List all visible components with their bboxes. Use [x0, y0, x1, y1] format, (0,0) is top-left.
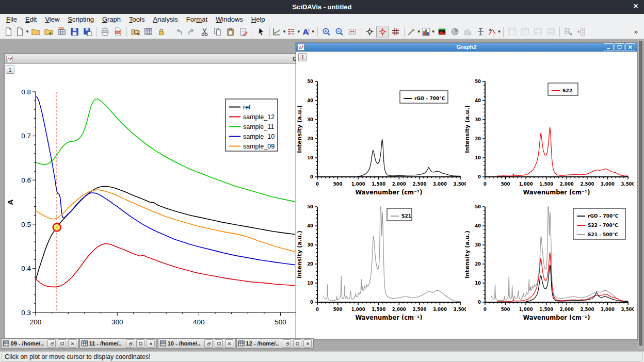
print-button[interactable] [99, 26, 111, 38]
import-ascii-button[interactable]: 123 [55, 26, 68, 38]
dropdown-caret-icon[interactable]: ▼ [282, 29, 286, 34]
lock-toolbars-button[interactable] [155, 26, 168, 38]
minimized-window-maximize-button[interactable] [215, 339, 223, 348]
toolbar-separator [96, 27, 96, 37]
cut-button[interactable] [198, 26, 211, 38]
undo-button[interactable] [172, 26, 185, 38]
zoom-out-button[interactable] [333, 26, 346, 38]
pointer-tool-button[interactable] [254, 26, 267, 38]
raman-chart-s21-svg[interactable]: 05001,0001,5002,0002,5003,0003,500010203… [296, 198, 466, 320]
plot-type-menu-button[interactable]: ▼ [421, 26, 436, 38]
menu-graph[interactable]: Graph [98, 14, 125, 24]
redo-button[interactable] [185, 26, 198, 38]
menu-help[interactable]: Help [247, 14, 269, 24]
menu-format[interactable]: Format [182, 14, 212, 24]
open-project-button[interactable] [29, 26, 42, 38]
workspace-vertical-scrollbar[interactable] [638, 40, 643, 350]
save-project-button[interactable] [68, 26, 81, 38]
mdi-workspace: Graph1 1 2003004005000.30.40.50.60.70.8A… [0, 39, 644, 351]
minimized-window-10[interactable]: 10 - /home/... [158, 338, 235, 349]
zoom-in-button[interactable] [320, 26, 333, 38]
dropdown-caret-icon[interactable]: ▼ [497, 29, 502, 34]
minimized-window-restore-button[interactable] [126, 339, 134, 348]
graph2-restore-button[interactable] [615, 43, 624, 51]
data-reader-button[interactable] [376, 26, 389, 38]
plot-3d-bars-button [461, 26, 474, 38]
new-project-button[interactable] [2, 26, 15, 38]
minimized-window-close-button[interactable] [303, 339, 312, 348]
minimized-window-restore-button[interactable] [204, 339, 213, 348]
graph2-close-button[interactable] [625, 43, 635, 51]
raman-chart-s22-svg[interactable]: 05001,0001,5002,0002,5003,0003,500010203… [464, 72, 634, 195]
minimized-window-close-button[interactable] [147, 339, 155, 348]
draw-line-menu-button[interactable]: ▼ [407, 26, 421, 38]
raman-chart-s22[interactable]: 05001,0001,5002,0002,5003,0003,500010203… [464, 72, 634, 197]
add-error-bars-button[interactable] [474, 26, 487, 38]
minimized-window-restore-button[interactable] [47, 339, 56, 348]
dropdown-caret-icon[interactable]: ▼ [417, 29, 421, 34]
export-pdf-button[interactable]: PDF [111, 26, 124, 38]
uv-vis-absorbance-chart[interactable]: 2003004005000.30.40.50.60.70.8Arefsample… [5, 64, 296, 338]
new-item-menu-button[interactable]: ▼ [15, 26, 29, 38]
add-curve-menu-button[interactable]: ▼ [272, 26, 286, 38]
select-data-range-button[interactable] [389, 26, 402, 38]
window-layout-4-icon [546, 27, 556, 37]
graph2-minimize-button[interactable] [604, 43, 614, 51]
minimized-window-11[interactable]: 11 - /home/... [79, 338, 157, 349]
scrollbar-thumb[interactable] [639, 41, 642, 346]
graph2-titlebar[interactable]: Graph2 [296, 43, 637, 52]
minimized-window-close-button[interactable] [68, 339, 76, 348]
raman-chart-combined-svg[interactable]: 05001,0001,5002,0002,5003,0003,500010203… [464, 198, 634, 320]
dropdown-caret-icon[interactable]: ▼ [25, 29, 29, 34]
raman-chart-s21[interactable]: 05001,0001,5002,0002,5003,0003,500010203… [296, 198, 466, 322]
dropdown-caret-icon[interactable]: ▼ [431, 29, 436, 34]
rescale-to-show-all-button[interactable] [346, 26, 359, 38]
graph2-layer-button[interactable]: 1 [298, 53, 307, 61]
minimized-window-12[interactable]: 12 - /home/... [236, 338, 314, 349]
add-legend-menu-button[interactable]: ▼ [286, 26, 301, 38]
menu-view[interactable]: View [41, 14, 63, 24]
minimized-window-maximize-button[interactable] [58, 339, 66, 348]
minimized-window-maximize-button[interactable] [293, 339, 301, 348]
menu-windows[interactable]: Windows [212, 14, 247, 24]
raman-chart-combined[interactable]: 05001,0001,5002,0002,5003,0003,500010203… [464, 198, 634, 322]
menu-scripting[interactable]: Scripting [63, 14, 98, 24]
svg-text:1,000: 1,000 [351, 307, 365, 312]
plot-contour-button[interactable] [436, 26, 448, 38]
menu-edit[interactable]: Edit [21, 14, 41, 24]
toolbar-overflow-button[interactable]: » [630, 28, 642, 36]
menu-tools[interactable]: Tools [125, 14, 149, 24]
save-template-button[interactable] [81, 26, 94, 38]
results-log-button[interactable] [142, 26, 155, 38]
undo-icon [174, 27, 184, 37]
copy-button[interactable] [211, 26, 224, 38]
minimized-window-title: 12 - /home/... [246, 340, 279, 347]
delete-selection-button[interactable] [237, 26, 250, 38]
add-text-menu-button[interactable]: A▼ [301, 26, 315, 38]
minimized-window-close-button[interactable] [225, 339, 233, 348]
app-close-button[interactable]: ✕ [633, 3, 638, 10]
project-explorer-button[interactable] [129, 26, 142, 38]
graph2-window[interactable]: Graph2 1 05001,0001,5002,0002,5003,0003,… [296, 42, 637, 340]
dropdown-caret-icon[interactable]: ▼ [297, 29, 301, 34]
screen-reader-button[interactable] [363, 26, 376, 38]
minimized-window-restore-button[interactable] [283, 339, 291, 348]
paste-button[interactable] [224, 26, 237, 38]
dropdown-caret-icon[interactable]: ▼ [311, 29, 315, 34]
svg-text:500: 500 [501, 182, 510, 187]
graph1-layer-button[interactable]: 1 [6, 65, 14, 74]
toolbar-separator [503, 27, 504, 37]
svg-text:500: 500 [501, 307, 510, 312]
minimized-window-maximize-button[interactable] [136, 339, 144, 348]
raman-chart-rgo700-svg[interactable]: 05001,0001,5002,0002,5003,0003,500010203… [296, 72, 466, 195]
fit-menu-button[interactable]: ▼ [487, 26, 502, 38]
menu-file[interactable]: File [2, 14, 21, 24]
menu-analysis[interactable]: Analysis [149, 14, 182, 24]
svg-text:40: 40 [307, 223, 313, 228]
menubar: FileEditViewScriptingGraphToolsAnalysisF… [0, 14, 644, 25]
uv-vis-absorbance-chart-svg[interactable]: 2003004005000.30.40.50.60.70.8Arefsample… [5, 64, 296, 338]
plot-pie-button[interactable] [448, 26, 461, 38]
minimized-window-09[interactable]: 09 - /home/... [1, 338, 78, 349]
open-template-button[interactable] [42, 26, 55, 38]
raman-chart-rgo700[interactable]: 05001,0001,5002,0002,5003,0003,500010203… [296, 72, 466, 197]
